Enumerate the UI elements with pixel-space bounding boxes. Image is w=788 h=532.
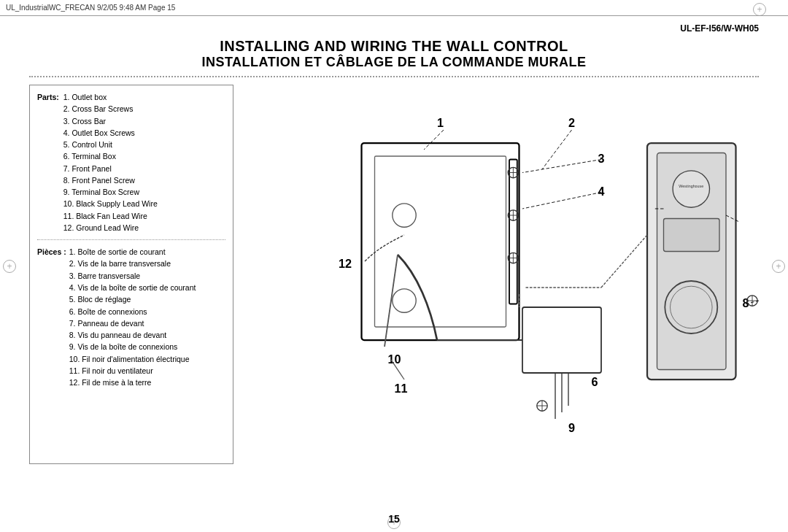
diagram-area: 1 2 3 4 5 6 7 8 9 10 11 12 — [233, 85, 759, 464]
parts-list-item: 5. Control Unit — [63, 139, 158, 150]
title-main: INSTALLING AND WIRING THE WALL CONTROL — [29, 38, 759, 55]
svg-point-15 — [393, 289, 416, 312]
parts-list-item-french: 1. Boîte de sortie de courant — [69, 246, 196, 258]
parts-list-item-french: 4. Vis de la boîte de sortie de courant — [69, 282, 196, 293]
svg-text:10: 10 — [388, 352, 401, 366]
french-parts-list: 1. Boîte de sortie de courant2. Vis de l… — [69, 246, 196, 388]
parts-list-item: 9. Terminal Box Screw — [63, 186, 158, 198]
svg-text:9: 9 — [568, 421, 575, 434]
svg-line-47 — [385, 255, 398, 347]
svg-point-28 — [673, 171, 709, 207]
page-header: UL_IndustrialWC_FRECAN 9/2/05 9:48 AM Pa… — [0, 0, 788, 16]
parts-list-item-french: 12. Fil de mise à la terre — [69, 377, 196, 388]
svg-line-39 — [522, 193, 601, 209]
svg-text:3: 3 — [598, 152, 605, 165]
parts-list-item-french: 7. Panneau de devant — [69, 317, 196, 329]
page-number: 15 — [388, 513, 400, 525]
svg-line-37 — [542, 130, 572, 169]
parts-row: Parts: 1. Outlet box2. Cross Bar Screws3… — [37, 91, 225, 234]
svg-line-54 — [601, 235, 647, 288]
parts-list-item-french: 5. Bloc de réglage — [69, 293, 196, 305]
svg-rect-43 — [522, 307, 601, 373]
svg-rect-30 — [664, 219, 720, 252]
parts-list-item-french: 3. Barre transversale — [69, 270, 196, 282]
svg-text:4: 4 — [598, 185, 605, 198]
parts-list-item-french: 8. Vis du panneau de devant — [69, 329, 196, 341]
header-text: UL_IndustrialWC_FRECAN 9/2/05 9:48 AM Pa… — [6, 4, 175, 12]
parts-panel: Parts: 1. Outlet box2. Cross Bar Screws3… — [29, 85, 233, 464]
svg-text:Westinghouse: Westinghouse — [679, 184, 703, 188]
parts-list-item-french: 10. Fil noir d'alimentation électrique — [69, 353, 196, 365]
parts-list-item: 2. Cross Bar Screws — [63, 103, 158, 115]
parts-list-item-french: 11. Fil noir du ventilateur — [69, 365, 196, 377]
svg-line-38 — [522, 160, 601, 173]
svg-point-14 — [393, 204, 416, 227]
english-parts-list: 1. Outlet box2. Cross Bar Screws3. Cross… — [63, 91, 158, 234]
english-parts-section: Parts: 1. Outlet box2. Cross Bar Screws3… — [37, 91, 225, 240]
svg-rect-16 — [509, 160, 517, 304]
parts-list-item: 11. Black Fan Lead Wire — [63, 210, 158, 222]
parts-list-item: 1. Outlet box — [63, 91, 158, 103]
parts-list-item: 8. Front Panel Screw — [63, 174, 158, 186]
title-sub: INSTALLATION ET CÂBLAGE DE LA COMMANDE M… — [29, 55, 759, 70]
svg-line-36 — [424, 130, 444, 150]
parts-list-item: 10. Black Supply Lead Wire — [63, 198, 158, 209]
svg-text:12: 12 — [339, 257, 352, 270]
model-number: UL-EF-I56/W-WH05 — [29, 23, 759, 34]
parts-list-item-french: 9. Vis de la boîte de connexions — [69, 341, 196, 352]
svg-text:1: 1 — [437, 116, 444, 129]
french-parts-row: Pièces : 1. Boîte de sortie de courant2.… — [37, 246, 225, 388]
wiring-diagram: 1 2 3 4 5 6 7 8 9 10 11 12 — [233, 85, 759, 464]
main-content: UL-EF-I56/W-WH05 INSTALLING AND WIRING T… — [0, 16, 788, 532]
parts-label: Parts: — [37, 91, 59, 103]
content-area: Parts: 1. Outlet box2. Cross Bar Screws3… — [29, 85, 759, 464]
svg-rect-13 — [375, 156, 506, 327]
svg-text:2: 2 — [568, 116, 575, 129]
pieces-label: Pièces : — [37, 246, 66, 258]
parts-list-item-french: 6. Boîte de connexions — [69, 306, 196, 317]
parts-list-item: 4. Outlet Box Screws — [63, 127, 158, 139]
parts-list-item-french: 2. Vis de la barre transversale — [69, 258, 196, 269]
svg-rect-12 — [362, 143, 519, 340]
french-parts-section: Pièces : 1. Boîte de sortie de courant2.… — [37, 246, 225, 394]
parts-list-item: 6. Terminal Box — [63, 150, 158, 162]
parts-list-item: 12. Ground Lead Wire — [63, 222, 158, 234]
parts-list-item: 3. Cross Bar — [63, 115, 158, 127]
parts-list-item: 7. Front Panel — [63, 163, 158, 174]
svg-text:11: 11 — [395, 382, 408, 395]
svg-text:6: 6 — [592, 375, 598, 388]
title-section: INSTALLING AND WIRING THE WALL CONTROL I… — [29, 38, 759, 77]
